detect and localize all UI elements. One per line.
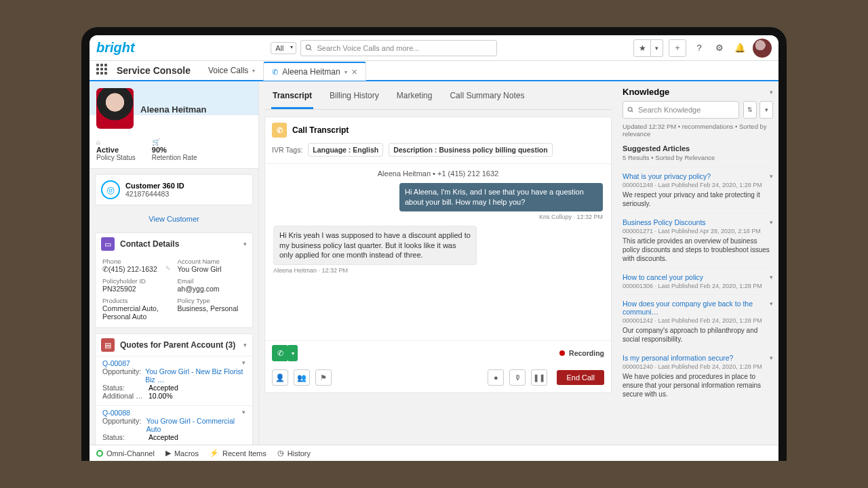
recording-indicator: Recording bbox=[559, 349, 604, 357]
workspace-tab-aleena[interactable]: ✆ Aleena Heitman ▾ ✕ bbox=[263, 62, 366, 81]
call-dropdown[interactable]: ▾ bbox=[288, 345, 298, 361]
article-summary: Our company's approach to philanthropy a… bbox=[623, 326, 773, 344]
policyholder-value: PN325902 bbox=[102, 285, 171, 293]
tab-billing-history[interactable]: Billing History bbox=[328, 84, 380, 109]
policytype-label: Policy Type bbox=[178, 297, 246, 304]
quote-item: Q-00088 ▾ Opportunity:You Grow Girl - Co… bbox=[96, 405, 252, 445]
chevron-down-icon[interactable]: ▾ bbox=[242, 359, 245, 366]
suggested-articles-meta: 5 Results • Sorted by Relevance bbox=[623, 154, 773, 161]
flag-button[interactable]: ⚑ bbox=[315, 369, 332, 386]
view-customer-link[interactable]: View Customer bbox=[90, 211, 258, 227]
global-search-input[interactable]: Search Voice Calls and more... bbox=[300, 40, 497, 56]
customer-360-card: ◎ Customer 360 ID 42187644483 bbox=[95, 174, 253, 205]
quote-number-link[interactable]: Q-00088 bbox=[102, 409, 130, 417]
chevron-down-icon[interactable]: ▾ bbox=[242, 409, 245, 415]
c360-id: 42187644483 bbox=[125, 190, 184, 198]
message-agent: Hi Aleena, I'm Kris, and I see that you … bbox=[399, 183, 603, 211]
help-icon[interactable]: ? bbox=[692, 41, 707, 56]
article-menu-icon[interactable]: ▾ bbox=[770, 274, 773, 281]
status-dot-icon bbox=[96, 450, 103, 457]
notifications-icon[interactable]: 🔔 bbox=[732, 41, 747, 56]
article-title-link[interactable]: Business Policy Discounts bbox=[623, 218, 773, 226]
active-call-button[interactable]: ✆ bbox=[272, 345, 288, 361]
transfer-button[interactable]: 👥 bbox=[294, 369, 310, 386]
app-name: Service Console bbox=[117, 65, 191, 76]
account-value[interactable]: You Grow Girl bbox=[178, 265, 246, 273]
phone-icon: ✆ bbox=[272, 68, 278, 77]
customer-360-icon: ◎ bbox=[101, 180, 120, 199]
footer-history[interactable]: ◷History bbox=[277, 449, 311, 458]
article-meta: 000001248 · Last Published Feb 24, 2020,… bbox=[623, 182, 773, 188]
article-menu-icon[interactable]: ▾ bbox=[770, 173, 773, 180]
app-launcher-icon[interactable] bbox=[96, 64, 110, 77]
chevron-down-icon: ▾ bbox=[344, 69, 347, 75]
article-title-link[interactable]: Is my personal information secure? bbox=[623, 354, 773, 362]
article-menu-icon[interactable]: ▾ bbox=[770, 300, 773, 307]
message-meta: Aleena Heitman · 12:32 PM bbox=[273, 267, 603, 274]
nav-object-voice-calls[interactable]: Voice Calls ▾ bbox=[200, 61, 263, 80]
add-button[interactable]: ＋ bbox=[669, 39, 686, 57]
phone-value[interactable]: ✆(415) 212-1632✎ bbox=[102, 265, 171, 273]
chevron-down-icon: ▾ bbox=[243, 241, 247, 247]
ribbon-icon: ⌂ bbox=[96, 138, 100, 146]
hold-button[interactable]: ❚❚ bbox=[531, 369, 547, 386]
ivr-tag: Description : Business policy billing qu… bbox=[389, 143, 553, 157]
tab-marketing[interactable]: Marketing bbox=[395, 84, 434, 109]
end-call-button[interactable]: End Call bbox=[557, 370, 604, 385]
knowledge-article: ▾ Business Policy Discounts 000001271 · … bbox=[623, 213, 773, 268]
footer-macros[interactable]: ▶Macros bbox=[165, 449, 199, 458]
keypad-button[interactable]: ● bbox=[488, 369, 504, 386]
article-menu-icon[interactable]: ▾ bbox=[770, 354, 773, 361]
quote-opportunity-link[interactable]: You Grow Girl - Commercial Auto bbox=[146, 417, 245, 433]
sort-button[interactable]: ⇅ bbox=[743, 101, 757, 119]
products-label: Products bbox=[102, 297, 171, 304]
article-title-link[interactable]: How to cancel your policy bbox=[623, 273, 773, 281]
tab-call-summary-notes[interactable]: Call Summary Notes bbox=[448, 84, 526, 109]
quote-item: Q-00087 ▾ Opportunity:You Grow Girl - Ne… bbox=[96, 356, 252, 405]
quote-number-link[interactable]: Q-00087 bbox=[102, 359, 130, 367]
ivr-tags-label: IVR Tags: bbox=[272, 146, 302, 154]
knowledge-article: ▾ How to cancel your policy 000001306 · … bbox=[623, 268, 773, 294]
customer-photo bbox=[96, 88, 134, 129]
article-meta: 000001240 · Last Published Feb 24, 2020,… bbox=[623, 363, 773, 370]
email-label: Email bbox=[178, 277, 246, 285]
close-tab-icon[interactable]: ✕ bbox=[351, 68, 357, 77]
footer-omni-channel[interactable]: Omni-Channel bbox=[96, 449, 155, 458]
transcript-icon: ✆ bbox=[272, 123, 287, 138]
edit-icon[interactable]: ✎ bbox=[165, 265, 171, 272]
add-participant-button[interactable]: 👤 bbox=[272, 369, 288, 386]
quote-opportunity-link[interactable]: You Grow Girl - New Biz Florist Biz … bbox=[145, 367, 245, 384]
article-title-link[interactable]: How does your company give back to the c… bbox=[623, 300, 773, 316]
app-logo: bright bbox=[96, 40, 135, 56]
search-scope-select[interactable]: All bbox=[271, 42, 296, 54]
c360-title: Customer 360 ID bbox=[125, 182, 184, 190]
quotes-icon: ▤ bbox=[101, 338, 115, 352]
svg-line-3 bbox=[631, 110, 633, 112]
chevron-down-icon[interactable]: ▾ bbox=[770, 89, 773, 96]
article-meta: 000001242 · Last Published Feb 24, 2020,… bbox=[623, 317, 773, 324]
article-title-link[interactable]: What is your privacy policy? bbox=[623, 172, 773, 180]
knowledge-search-input[interactable]: Search Knowledge bbox=[623, 101, 739, 119]
user-avatar[interactable] bbox=[753, 39, 772, 58]
contact-details-header[interactable]: ▭ Contact Details ▾ bbox=[96, 233, 252, 255]
footer-recent-items[interactable]: ⚡Recent Items bbox=[210, 449, 267, 458]
macros-icon: ▶ bbox=[165, 449, 171, 458]
cart-icon: 🛒 bbox=[152, 138, 160, 146]
settings-icon[interactable]: ⚙ bbox=[712, 41, 727, 56]
suggested-articles-header: Suggested Articles bbox=[623, 144, 773, 152]
favorite-button[interactable]: ★ bbox=[633, 39, 651, 57]
favorite-dropdown[interactable]: ▾ bbox=[651, 39, 663, 57]
chevron-down-icon: ▾ bbox=[252, 68, 255, 74]
article-menu-icon[interactable]: ▾ bbox=[770, 219, 773, 226]
tab-transcript[interactable]: Transcript bbox=[271, 84, 313, 109]
quotes-header[interactable]: ▤ Quotes for Parent Account (3) ▾ bbox=[96, 334, 252, 356]
article-meta: 000001271 · Last Published Apr 28, 2020,… bbox=[623, 228, 773, 235]
quotes-title: Quotes for Parent Account (3) bbox=[120, 340, 238, 350]
email-value[interactable]: ah@ygg.com bbox=[178, 285, 246, 293]
retention-rate: 🛒 90% Retention Rate bbox=[152, 138, 197, 161]
filter-button[interactable]: ▾ bbox=[760, 101, 773, 119]
mute-button[interactable]: 🎙 bbox=[509, 369, 526, 386]
account-label: Account Name bbox=[178, 258, 246, 265]
policyholder-label: Policyholder ID bbox=[102, 277, 171, 285]
policytype-value: Business, Personal bbox=[178, 304, 246, 312]
